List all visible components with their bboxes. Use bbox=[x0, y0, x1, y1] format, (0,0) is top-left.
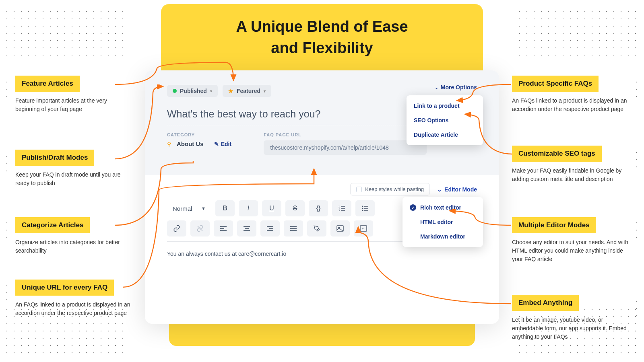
dot-pattern bbox=[633, 149, 641, 168]
image-button[interactable] bbox=[330, 220, 350, 237]
callout-desc: Keep your FAQ in draft mode until you ar… bbox=[15, 171, 132, 187]
star-icon: ★ bbox=[228, 88, 233, 94]
category-column: CATEGORY ⚲ About Us ✎ Edit bbox=[167, 132, 231, 155]
dot-pattern bbox=[633, 78, 641, 98]
svg-point-10 bbox=[362, 208, 363, 209]
edit-label: Edit bbox=[221, 141, 231, 147]
callout-title: Embed Anything bbox=[512, 295, 579, 311]
ordered-list-button[interactable]: 123 bbox=[332, 200, 351, 216]
callout-desc: Let it be an image, youtube video, or em… bbox=[512, 316, 629, 341]
editor-mode-button[interactable]: ⌄ Editor Mode bbox=[437, 186, 477, 193]
edit-category-button[interactable]: ✎ Edit bbox=[214, 141, 231, 147]
url-column: FAQ PAGE URL thesucostore.myshopify.com/… bbox=[264, 132, 427, 155]
callout-desc: Organize articles into categories for be… bbox=[15, 238, 132, 255]
callout-desc: Choose any editor to suit your needs. An… bbox=[512, 238, 629, 263]
callout-title: Publish/Draft Modes bbox=[15, 150, 94, 166]
headline: A Unique Blend of Ease and Flexibility bbox=[161, 16, 483, 59]
url-value[interactable]: thesucostore.myshopify.com/a/help/articl… bbox=[264, 140, 427, 155]
callout-title: Product Specific FAQs bbox=[512, 76, 599, 92]
callout-editor-modes: Multiple Editor Modes Choose any editor … bbox=[512, 217, 629, 263]
dot-pattern bbox=[633, 219, 641, 239]
arrow bbox=[121, 166, 326, 290]
svg-text:3: 3 bbox=[339, 209, 340, 212]
editor-mode-label: Editor Mode bbox=[444, 186, 477, 193]
headline-line1: A Unique Blend of Ease bbox=[236, 18, 408, 35]
dot-pattern bbox=[516, 8, 641, 56]
category-value-row: ⚲ About Us ✎ Edit bbox=[167, 140, 231, 147]
callout-categorize: Categorize Articles Organize articles in… bbox=[15, 217, 132, 255]
callout-seo-tags: Customizable SEO tags Make your FAQ easi… bbox=[512, 146, 629, 183]
chevron-down-icon: ⌄ bbox=[435, 85, 438, 90]
headline-line2: and Flexibility bbox=[271, 39, 373, 56]
svg-point-11 bbox=[362, 210, 363, 211]
dot-pattern bbox=[3, 219, 11, 239]
dot-pattern bbox=[3, 78, 11, 98]
callout-desc: Feature important articles at the very b… bbox=[15, 97, 132, 113]
callout-title: Unique URL for every FAQ bbox=[15, 280, 114, 296]
keep-styles-label: Keep styles while pasting bbox=[365, 186, 424, 192]
arrow bbox=[451, 82, 515, 107]
status-dot-icon bbox=[173, 89, 177, 93]
callout-feature-articles: Feature Articles Feature important artic… bbox=[15, 76, 132, 113]
bullet-list-button[interactable] bbox=[355, 200, 375, 216]
category-name: About Us bbox=[177, 140, 204, 147]
callout-publish-draft: Publish/Draft Modes Keep your FAQ in dra… bbox=[15, 150, 132, 187]
callout-title: Feature Articles bbox=[15, 76, 80, 92]
callout-title: Customizable SEO tags bbox=[512, 146, 602, 162]
chevron-down-icon: ▾ bbox=[210, 89, 212, 93]
checkbox-icon bbox=[356, 187, 362, 192]
callout-desc: Make your FAQ easily findable in Google … bbox=[512, 167, 629, 183]
callout-desc: An FAQs linked to a product is displayed… bbox=[15, 300, 132, 317]
arrow bbox=[459, 112, 515, 156]
dot-pattern bbox=[3, 153, 11, 172]
callout-desc: An FAQs linked to a product is displayed… bbox=[512, 97, 629, 113]
category-label: CATEGORY bbox=[167, 132, 231, 137]
callout-embed-anything: Embed Anything Let it be an image, youtu… bbox=[512, 295, 629, 341]
callout-title: Categorize Articles bbox=[15, 217, 90, 233]
featured-label: Featured bbox=[237, 88, 260, 94]
callout-title: Multiple Editor Modes bbox=[512, 217, 596, 233]
dot-pattern bbox=[3, 8, 128, 56]
dot-pattern bbox=[633, 298, 641, 317]
svg-point-9 bbox=[362, 206, 363, 207]
check-icon: ✓ bbox=[410, 204, 416, 211]
callout-product-faqs: Product Specific FAQs An FAQs linked to … bbox=[512, 76, 629, 113]
published-label: Published bbox=[180, 88, 207, 94]
dot-pattern bbox=[3, 282, 11, 301]
pencil-icon: ✎ bbox=[214, 141, 219, 147]
keep-styles-toggle[interactable]: Keep styles while pasting bbox=[350, 183, 430, 195]
chevron-down-icon: ⌄ bbox=[437, 186, 442, 193]
arrow bbox=[350, 225, 515, 306]
url-label: FAQ PAGE URL bbox=[264, 132, 427, 137]
callout-unique-url: Unique URL for every FAQ An FAQs linked … bbox=[15, 280, 132, 317]
chevron-down-icon: ▾ bbox=[264, 89, 266, 93]
